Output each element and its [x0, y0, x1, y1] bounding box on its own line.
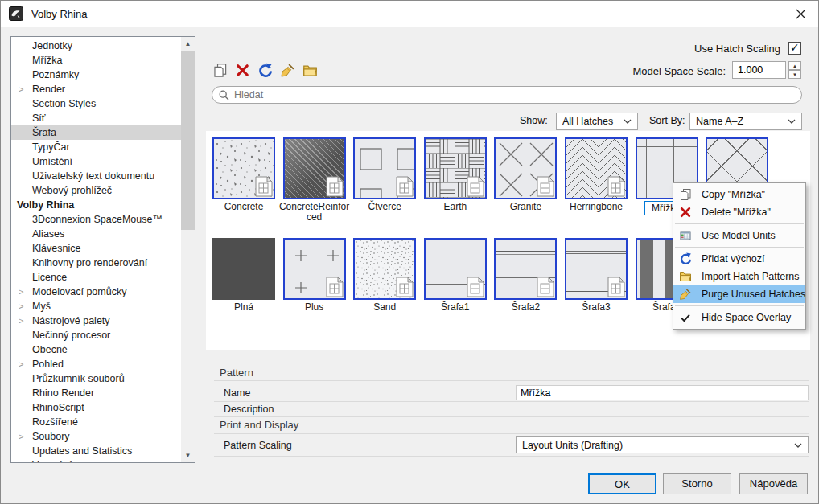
menu-item-p-idat-v-choz[interactable]: Přidat výchozí — [673, 250, 805, 268]
hatch-thumbnail-rafa1[interactable] — [424, 238, 487, 300]
sidebar-item-pozn-mky[interactable]: Poznámky — [11, 68, 181, 82]
expand-icon[interactable]: > — [19, 82, 23, 96]
hatch-rafa3[interactable]: Šrafa3 — [565, 238, 629, 313]
hatch-sand[interactable]: Sand — [353, 238, 418, 313]
hatch-thumbnail-rafa2[interactable] — [494, 238, 557, 300]
model-space-scale-input[interactable] — [732, 61, 786, 79]
expand-icon[interactable]: > — [19, 429, 23, 444]
sidebar-item-label: Síť — [32, 113, 46, 124]
sidebar-scrollbar[interactable]: ▲ ▼ — [181, 37, 195, 462]
sidebar-item-jednotky[interactable]: Jednotky — [11, 39, 181, 53]
sidebar-item-varov-n[interactable]: Varování — [11, 458, 181, 463]
hatch-thumbnail-plus[interactable] — [283, 238, 346, 300]
sort-by-dropdown[interactable]: Name A–Z — [689, 113, 802, 130]
menu-item-purge-unused-hatches[interactable]: Purge Unused Hatches — [673, 285, 805, 303]
pattern-scaling-value: Layout Units (Drafting) — [522, 440, 623, 451]
expand-icon[interactable]: > — [19, 357, 23, 371]
sidebar-item-rhino-render[interactable]: Rhino Render — [11, 386, 181, 400]
menu-item-import-hatch-patterns[interactable]: Import Hatch Patterns — [673, 268, 805, 285]
sidebar-item-obecn[interactable]: Obecné — [11, 342, 181, 357]
hatch-herringbone[interactable]: Herringbone — [565, 137, 629, 212]
sidebar-item-m-ka[interactable]: Mřížka — [11, 53, 181, 68]
context-menu: Copy "Mřížka"Delete "Mřížka"Use Model Un… — [673, 182, 806, 330]
model-space-scale-stepper[interactable]: ▲ ▼ — [788, 61, 801, 79]
stepper-down-icon[interactable]: ▼ — [788, 70, 801, 79]
sidebar-item-licence[interactable]: Licence — [11, 270, 181, 285]
sidebar-item-webov-prohl-e[interactable]: Webový prohlížeč — [11, 183, 181, 198]
expand-icon[interactable]: > — [19, 313, 23, 328]
menu-item-label: Use Model Units — [702, 230, 776, 241]
cancel-button[interactable]: Storno — [663, 473, 731, 494]
menu-item-copy-m-ka[interactable]: Copy "Mřížka" — [673, 186, 805, 203]
sidebar-item-kl-vesnice[interactable]: Klávesnice — [11, 241, 181, 256]
sidebar-item-render[interactable]: >Render — [11, 82, 181, 96]
sidebar-item-aliases[interactable]: Aliases — [11, 227, 181, 241]
sidebar-item-u-ivatelsk-text-dokumentu[interactable]: Uživatelský text dokumentu — [11, 169, 181, 183]
menu-item-hide-space-overlay[interactable]: Hide Space Overlay — [673, 309, 805, 326]
sidebar-item-my[interactable]: >Myš — [11, 299, 181, 313]
show-dropdown[interactable]: All Hatches — [556, 113, 638, 130]
sidebar-item-rhinoscript[interactable]: RhinoScript — [11, 400, 181, 415]
sidebar-item-pr-zkumn-k-soubor[interactable]: Průzkumník souborů — [11, 371, 181, 386]
sidebar-item-ne-inn-procesor[interactable]: Nečinný procesor — [11, 328, 181, 342]
use-hatch-scaling-checkbox[interactable] — [788, 42, 801, 55]
hatch-thumbnail-earth[interactable] — [424, 137, 487, 199]
sidebar-item-section-styles[interactable]: Section Styles — [11, 96, 181, 111]
hatch-thumbnail-granite[interactable] — [494, 137, 557, 199]
expand-icon[interactable]: > — [19, 285, 23, 299]
menu-item-delete-m-ka[interactable]: Delete "Mřížka" — [673, 203, 805, 221]
help-button[interactable]: Nápověda — [739, 473, 808, 494]
hatch-thumbnail-concretereinforced[interactable] — [283, 137, 346, 199]
hatch-thumbnail-rafa3[interactable] — [565, 238, 628, 300]
sidebar-item-modelovac-pom-cky[interactable]: >Modelovací pomůcky — [11, 285, 181, 299]
hatch-granite[interactable]: Granite — [494, 137, 558, 212]
stepper-up-icon[interactable]: ▲ — [788, 61, 801, 70]
sidebar-item-pohled[interactable]: >Pohled — [11, 357, 181, 371]
document-icon — [537, 277, 554, 297]
scrollbar-thumb[interactable] — [181, 51, 195, 230]
hatch-tverce[interactable]: Čtverce — [353, 137, 418, 212]
sidebar-item-3dconnexion-spacemouse[interactable]: 3Dconnexion SpaceMouse™ — [11, 212, 181, 227]
divider — [214, 401, 809, 402]
menu-item-use-model-units[interactable]: Use Model Units — [673, 227, 805, 244]
hatch-concrete[interactable]: Concrete — [212, 137, 277, 212]
search-box[interactable] — [212, 86, 802, 104]
sidebar-item-s[interactable]: Síť — [11, 111, 181, 125]
scroll-down-icon[interactable]: ▼ — [181, 449, 195, 462]
hatch-thumbnail-pln[interactable] — [212, 238, 275, 300]
toolbar-delete-icon[interactable] — [235, 63, 250, 78]
hatch-rafa1[interactable]: Šrafa1 — [424, 238, 488, 313]
sidebar-item-soubory[interactable]: >Soubory — [11, 429, 181, 444]
hatch-concretereinforced[interactable]: ConcreteReinforced — [283, 137, 348, 223]
pattern-scaling-dropdown[interactable]: Layout Units (Drafting) — [516, 436, 809, 453]
sidebar-item-updates-and-statistics[interactable]: Updates and Statistics — [11, 444, 181, 458]
sidebar-item-label: TypyČar — [32, 141, 70, 153]
pattern-name-input[interactable] — [516, 385, 809, 400]
search-input[interactable] — [234, 89, 795, 100]
hatch-thumbnail-tverce[interactable] — [353, 137, 416, 199]
hatch-rafa2[interactable]: Šrafa2 — [494, 238, 558, 313]
sidebar-item-typy-ar[interactable]: TypyČar — [11, 140, 181, 154]
toolbar-import-folder-icon[interactable] — [302, 63, 318, 78]
toolbar-copy-icon[interactable] — [212, 63, 228, 78]
scroll-up-icon[interactable]: ▲ — [181, 37, 195, 51]
sidebar-item-um-st-n[interactable]: Umístění — [11, 154, 181, 169]
hatch-thumbnail-herringbone[interactable] — [565, 137, 628, 199]
sidebar-item-knihovny-pro-renderov-n[interactable]: Knihovny pro renderování — [11, 256, 181, 270]
toolbar-purge-icon[interactable] — [280, 63, 295, 78]
hatch-earth[interactable]: Earth — [424, 137, 488, 212]
expand-icon[interactable]: > — [19, 299, 23, 313]
sidebar-item-roz-en[interactable]: Rozšířené — [11, 415, 181, 429]
ok-button[interactable]: OK — [588, 473, 656, 494]
hatch-pln[interactable]: Plná — [212, 238, 277, 313]
close-button[interactable] — [783, 1, 818, 27]
sidebar-item-label: Section Styles — [32, 98, 96, 109]
sidebar-item-volby-rhina[interactable]: Volby Rhina — [11, 198, 181, 212]
hatch-thumbnail-sand[interactable] — [353, 238, 416, 300]
hatch-plus[interactable]: Plus — [283, 238, 348, 313]
sidebar-item-n-strojov-palety[interactable]: >Nástrojové palety — [11, 313, 181, 328]
pattern-section-header: Pattern — [220, 367, 253, 379]
sidebar-item-rafa[interactable]: Šrafa — [11, 125, 181, 140]
hatch-thumbnail-concrete[interactable] — [212, 137, 275, 199]
toolbar-reset-icon[interactable] — [257, 63, 273, 78]
